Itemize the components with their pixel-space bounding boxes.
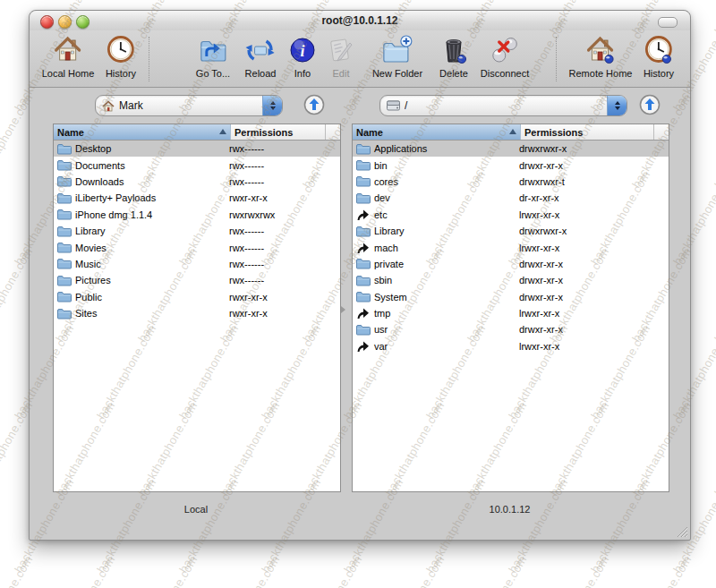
file-permissions: rwx------ xyxy=(226,143,264,154)
popup-arrows-icon xyxy=(607,96,626,115)
symlink-icon xyxy=(355,209,371,221)
file-row[interactable]: bindrwxr-xr-x xyxy=(353,157,669,173)
symlink-icon xyxy=(355,340,371,353)
file-row[interactable]: Desktoprwx------ xyxy=(54,141,340,157)
folder-icon xyxy=(355,275,371,286)
home-icon xyxy=(42,35,95,67)
scrollbar-corner xyxy=(325,124,340,140)
local-path-dropdown[interactable]: Mark xyxy=(95,95,283,116)
file-permissions: drwxr-xr-x xyxy=(516,324,563,335)
file-row[interactable]: Downloadsrwx------ xyxy=(54,174,340,190)
file-row[interactable]: coresdrwxrwxr-t xyxy=(353,174,669,190)
folder-icon xyxy=(56,192,72,204)
toolbar-item-local-home-0[interactable]: Local Home xyxy=(42,35,95,79)
toolbar-item-new-folder-6[interactable]: New Folder xyxy=(372,35,422,79)
remote-up-directory-button[interactable] xyxy=(639,94,661,115)
folder-go-icon xyxy=(196,35,230,67)
local-up-directory-button[interactable] xyxy=(303,94,325,115)
file-permissions: drwxr-xr-x xyxy=(516,160,563,171)
file-row[interactable]: usrdrwxr-xr-x xyxy=(353,321,669,337)
toolbar-item-remote-home-9[interactable]: Remote Home xyxy=(569,35,633,79)
symlink-icon xyxy=(355,242,371,254)
file-permissions: rwx------ xyxy=(226,176,264,187)
file-row[interactable]: iPhone dmg 1.1.4rwxrwxrwx xyxy=(54,207,340,223)
toolbar-item-go-to-2[interactable]: Go To... xyxy=(196,35,230,79)
file-row[interactable]: etclrwxr-xr-x xyxy=(353,207,669,223)
file-row[interactable]: Musicrwx------ xyxy=(54,256,340,272)
toolbar-item-history-10[interactable]: History xyxy=(644,35,674,79)
toolbar-toggle-button[interactable] xyxy=(658,17,678,28)
watermark-text: hackthatphone.com xyxy=(217,553,282,588)
pane-divider-handle[interactable] xyxy=(341,306,345,313)
file-row[interactable]: Systemdrwxr-xr-x xyxy=(353,289,669,305)
toolbar-item-reload-3[interactable]: Reload xyxy=(245,35,277,79)
file-permissions: rwx------ xyxy=(226,243,264,253)
file-name: Movies xyxy=(75,243,107,253)
folder-icon xyxy=(355,291,371,303)
file-name: bin xyxy=(374,160,388,171)
folder-icon xyxy=(355,192,371,204)
watermark-text: hackthatphone.com xyxy=(712,0,716,37)
file-permissions: rwxr-xr-x xyxy=(226,308,268,319)
watermark-text: hackthatphone.com xyxy=(300,553,364,588)
toolbar-item-history-1[interactable]: History xyxy=(106,35,136,79)
toolbar-item-delete-7[interactable]: Delete xyxy=(439,35,469,79)
file-row[interactable]: privatedrwxr-xr-x xyxy=(353,256,669,272)
file-name: Desktop xyxy=(75,143,111,154)
local-pane-rows: Desktoprwx------Documentsrwx------Downlo… xyxy=(54,141,340,491)
popup-arrows-icon xyxy=(262,96,282,115)
remote-path-dropdown[interactable]: / xyxy=(379,95,627,116)
local-path-value: Mark xyxy=(119,99,262,112)
file-permissions: lrwxr-xr-x xyxy=(516,308,559,319)
file-row[interactable]: Librarydrwxrwxr-x xyxy=(353,223,669,239)
folder-icon xyxy=(56,226,72,237)
clock-remote-icon xyxy=(644,35,674,67)
remote-column-header-name[interactable]: Name xyxy=(353,124,520,140)
file-name: Sites xyxy=(75,308,97,319)
folder-icon xyxy=(56,242,72,253)
file-row[interactable]: machlrwxr-xr-x xyxy=(353,239,669,255)
file-row[interactable]: Applicationsdrwxrwxr-x xyxy=(353,141,669,157)
file-name: mach xyxy=(374,243,398,253)
file-row[interactable]: sbindrwxr-xr-x xyxy=(353,272,669,288)
toolbar-item-edit-5[interactable]: Edit xyxy=(326,35,356,79)
file-name: etc xyxy=(374,209,388,220)
folder-icon xyxy=(355,324,371,336)
toolbar-item-disconnect-8[interactable]: Disconnect xyxy=(481,35,529,79)
clock-icon xyxy=(106,35,136,67)
title-bar[interactable]: root@10.0.1.12 xyxy=(30,11,690,31)
file-row[interactable]: iLiberty+ Payloadsrwxr-xr-x xyxy=(54,190,340,206)
file-row[interactable]: tmplrwxr-xr-x xyxy=(353,305,669,321)
folder-new-icon xyxy=(372,35,422,67)
file-permissions: drwxr-xr-x xyxy=(516,292,563,303)
folder-icon xyxy=(56,308,72,320)
file-row[interactable]: Documentsrwx------ xyxy=(54,157,340,173)
file-row[interactable]: Sitesrwxr-xr-x xyxy=(54,305,340,321)
resize-grip[interactable] xyxy=(675,524,688,538)
remote-path-value: / xyxy=(405,99,607,112)
file-row[interactable]: Publicrwxr-xr-x xyxy=(54,289,340,305)
file-name: private xyxy=(374,259,404,269)
file-name: Downloads xyxy=(75,176,124,187)
remote-column-header-permissions[interactable]: Permissions xyxy=(520,124,653,140)
file-name: var xyxy=(374,341,388,352)
file-row[interactable]: Moviesrwx------ xyxy=(54,239,340,255)
file-row[interactable]: varlrwxr-xr-x xyxy=(353,338,669,354)
file-permissions: rwx------ xyxy=(226,160,264,171)
toolbar: Local HomeHistoryGo To...ReloadiInfoEdit… xyxy=(30,30,690,88)
disconnect-icon xyxy=(481,35,529,67)
file-name: iPhone dmg 1.1.4 xyxy=(75,209,152,220)
local-column-header-name[interactable]: Name xyxy=(54,124,230,140)
file-name: dev xyxy=(374,192,390,203)
file-row[interactable]: Picturesrwx------ xyxy=(54,272,340,288)
toolbar-item-info-4[interactable]: iInfo xyxy=(287,35,318,79)
disk-icon-small xyxy=(387,100,400,111)
file-permissions: lrwxr-xr-x xyxy=(516,341,559,352)
file-row[interactable]: devdr-xr-xr-x xyxy=(353,190,669,206)
watermark-text: hackthatphone.com xyxy=(0,553,35,588)
local-column-header-permissions[interactable]: Permissions xyxy=(230,124,325,140)
watermark-text: hackthatphone.com xyxy=(629,553,694,588)
local-pane-label: Local xyxy=(53,504,339,515)
file-row[interactable]: Libraryrwx------ xyxy=(54,223,340,239)
watermark-text: hackthatphone.com xyxy=(712,399,716,498)
